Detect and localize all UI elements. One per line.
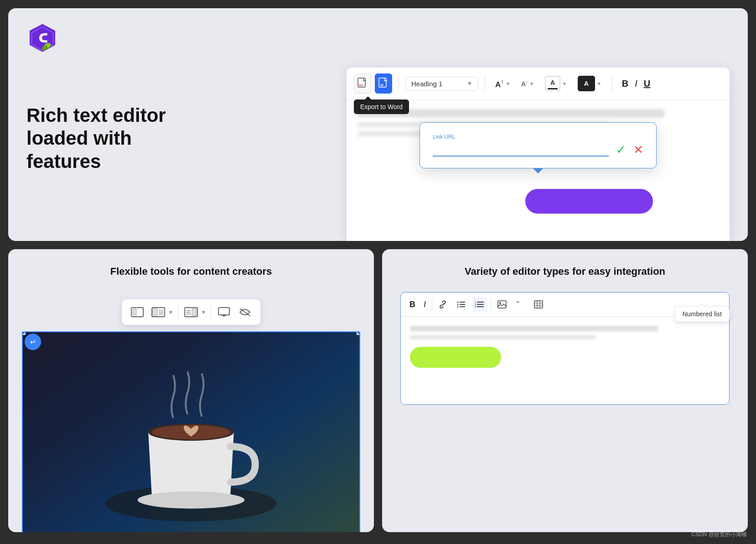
image-wrap-right-button[interactable] — [183, 304, 199, 320]
image-hide-button[interactable] — [237, 304, 253, 320]
font-size-up-button[interactable]: A↑ ▼ — [492, 75, 514, 92]
logo — [26, 22, 730, 54]
mini-editor-content — [401, 317, 729, 404]
mini-table-button[interactable] — [531, 297, 546, 312]
italic-button[interactable]: I — [633, 78, 639, 90]
wrap-left-arrow[interactable]: ▼ — [168, 309, 173, 315]
bg-color-icon: A — [578, 76, 595, 91]
bg-color-button[interactable]: A ▼ — [574, 73, 605, 94]
chevron-down-icon: ▼ — [467, 80, 472, 87]
bottom-right-card: Variety of editor types for easy integra… — [382, 249, 748, 532]
svg-rect-9 — [133, 309, 136, 315]
mini-bold-button[interactable]: B — [407, 299, 418, 310]
image-placeholder — [23, 332, 359, 532]
export-pdf-button[interactable]: PDF — [354, 73, 371, 94]
mini-divider-1 — [432, 299, 432, 310]
font-size-control-button[interactable]: A↕ ▼ — [518, 77, 538, 90]
resize-handle-tl[interactable] — [22, 331, 26, 335]
toolbar-divider-3 — [611, 76, 612, 91]
image-frame — [22, 331, 360, 532]
export-word-button[interactable]: W — [375, 73, 392, 94]
hero-content: Rich text editor loaded with features PD… — [26, 68, 730, 241]
svg-rect-16 — [192, 309, 197, 316]
watermark: CSDN @拾荒的小海螺 — [691, 531, 747, 539]
link-cancel-button[interactable]: ✕ — [633, 143, 643, 157]
hero-text: Rich text editor loaded with features — [26, 68, 200, 173]
return-icon: ↵ — [25, 334, 41, 350]
lime-action-button[interactable] — [410, 347, 501, 368]
export-word-tooltip: Export to Word — [354, 99, 409, 114]
link-url-label: Link URL — [433, 134, 643, 140]
mini-quote-button[interactable]: " — [513, 297, 528, 312]
text-format-buttons: B I U — [620, 78, 652, 90]
wrap-right-arrow[interactable]: ▼ — [201, 309, 206, 315]
svg-point-32 — [457, 306, 459, 308]
link-input-row: ✓ ✕ — [433, 143, 643, 157]
editor-toolbar: PDF W Heading 1 ▼ — [347, 68, 730, 100]
mini-link-button[interactable] — [436, 297, 450, 312]
toolbar-divider-1 — [399, 76, 399, 91]
svg-point-30 — [457, 304, 459, 305]
font-size-label: A↕ — [521, 80, 528, 88]
image-wrap-left-button[interactable] — [150, 304, 166, 320]
bottom-row: Flexible tools for content creators — [8, 249, 748, 532]
svg-rect-43 — [534, 301, 543, 308]
image-tb-divider — [178, 306, 178, 319]
purple-action-button[interactable] — [525, 189, 653, 214]
image-wrap-right-group: ▼ — [183, 304, 206, 320]
svg-point-28 — [457, 302, 459, 303]
image-toolbar: ▼ ▼ — [122, 299, 260, 325]
text-color-button[interactable]: A ▼ — [541, 73, 570, 94]
chevron-icon-4: ▼ — [597, 81, 601, 86]
svg-point-25 — [138, 492, 245, 509]
svg-text:": " — [517, 300, 519, 308]
mini-bullet-list-button[interactable] — [454, 297, 469, 312]
underline-button[interactable]: U — [642, 78, 652, 90]
hero-title: Rich text editor loaded with features — [26, 104, 200, 173]
text-color-icon: A — [545, 76, 560, 91]
heading-value: Heading 1 — [411, 80, 442, 88]
chevron-icon-3: ▼ — [562, 81, 567, 86]
mini-divider-2 — [491, 299, 491, 310]
chevron-icon-2: ▼ — [529, 81, 534, 86]
heading-select[interactable]: Heading 1 ▼ — [405, 77, 478, 91]
image-wrap-left-group: ▼ — [150, 304, 173, 320]
image-inline-button[interactable] — [129, 304, 145, 320]
svg-text:PDF: PDF — [359, 84, 363, 87]
svg-text:3: 3 — [475, 305, 476, 308]
svg-rect-11 — [153, 309, 157, 316]
resize-handle-tr[interactable] — [357, 331, 360, 335]
mini-image-button[interactable] — [495, 297, 509, 312]
link-url-dialog: Link URL ✓ ✕ — [419, 122, 657, 168]
font-size-up-label: A↑ — [495, 78, 504, 89]
numbered-list-tooltip: Numbered list — [675, 306, 730, 322]
link-confirm-button[interactable]: ✓ — [616, 143, 626, 157]
image-display-button[interactable] — [216, 304, 232, 320]
mini-italic-button[interactable]: I — [421, 299, 428, 310]
editor-mockup: PDF W Heading 1 ▼ — [347, 68, 730, 241]
bottom-right-title: Variety of editor types for easy integra… — [400, 266, 730, 277]
toolbar-divider-2 — [485, 76, 485, 91]
svg-point-41 — [499, 302, 501, 304]
bold-button[interactable]: B — [620, 78, 630, 90]
link-url-input[interactable] — [433, 144, 609, 157]
svg-text:W: W — [380, 84, 383, 87]
image-tb-divider-2 — [211, 306, 211, 319]
bottom-left-card: Flexible tools for content creators — [8, 249, 374, 532]
mini-numbered-list-button[interactable]: 1 2 3 — [472, 297, 487, 312]
top-section: Rich text editor loaded with features PD… — [8, 8, 748, 241]
svg-rect-40 — [498, 301, 506, 308]
logo-icon — [26, 22, 58, 54]
bottom-left-title: Flexible tools for content creators — [26, 266, 356, 277]
svg-rect-20 — [218, 308, 229, 315]
chevron-icon: ▼ — [506, 81, 510, 86]
